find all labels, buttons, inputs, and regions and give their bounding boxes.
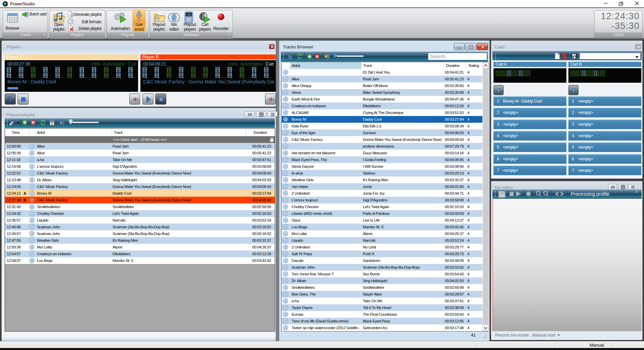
svg-text:Processing profile: Processing profile (571, 191, 609, 197)
svg-text:»: » (636, 189, 638, 194)
svg-text:191: 191 (187, 13, 191, 16)
